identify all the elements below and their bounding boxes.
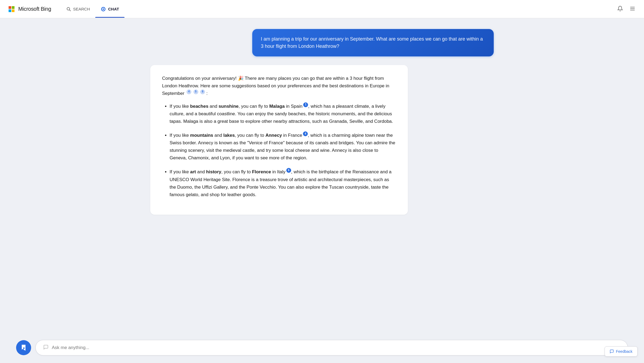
nav-item-search[interactable]: SEARCH xyxy=(61,1,96,17)
citation-6b[interactable]: 6 xyxy=(286,168,291,173)
citation-4b[interactable]: 4 xyxy=(303,131,308,136)
chat-icon xyxy=(101,6,106,12)
nav-chat-label: CHAT xyxy=(108,7,119,11)
list-item: If you like art and history, you can fly… xyxy=(170,168,396,198)
main-content: I am planning a trip for our anniversary… xyxy=(134,18,510,363)
chat-input[interactable] xyxy=(52,345,620,350)
menu-icon[interactable] xyxy=(630,6,635,13)
ai-suggestions-list: If you like beaches and sunshine, you ca… xyxy=(162,103,396,199)
bell-icon[interactable] xyxy=(617,6,623,13)
input-box xyxy=(35,340,628,355)
logo[interactable]: Microsoft Bing xyxy=(9,6,51,12)
nav-item-chat[interactable]: CHAT xyxy=(95,1,125,18)
citation-5[interactable]: 5 xyxy=(193,89,198,94)
nav-search-label: SEARCH xyxy=(73,7,90,11)
svg-point-4 xyxy=(103,8,104,10)
logo-text: Microsoft Bing xyxy=(18,6,51,12)
bing-squares-icon xyxy=(9,6,14,12)
bing-logo-icon xyxy=(20,344,28,352)
citation-1[interactable]: 1 xyxy=(303,102,308,107)
svg-point-0 xyxy=(67,7,69,10)
user-message-wrapper: I am planning a trip for our anniversary… xyxy=(150,29,494,56)
citation-4[interactable]: 4 xyxy=(186,89,191,94)
bing-avatar[interactable] xyxy=(16,340,31,355)
svg-line-1 xyxy=(69,10,71,11)
citation-6[interactable]: 6 xyxy=(200,89,205,94)
message-icon xyxy=(43,344,49,351)
user-message: I am planning a trip for our anniversary… xyxy=(252,29,494,56)
feedback-label: Feedback xyxy=(616,349,632,354)
ai-response: Congratulations on your anniversary! 🎉 T… xyxy=(150,65,408,215)
feedback-icon xyxy=(610,349,614,354)
header-right xyxy=(617,6,635,13)
search-icon xyxy=(66,7,71,12)
nav: SEARCH CHAT xyxy=(61,1,125,18)
list-item: If you like beaches and sunshine, you ca… xyxy=(170,103,396,125)
list-item: If you like mountains and lakes, you can… xyxy=(170,132,396,162)
input-area xyxy=(0,335,644,363)
feedback-button[interactable]: Feedback xyxy=(605,346,638,357)
ai-intro: Congratulations on your anniversary! 🎉 T… xyxy=(162,75,396,97)
header: Microsoft Bing SEARCH CHAT xyxy=(0,0,644,18)
